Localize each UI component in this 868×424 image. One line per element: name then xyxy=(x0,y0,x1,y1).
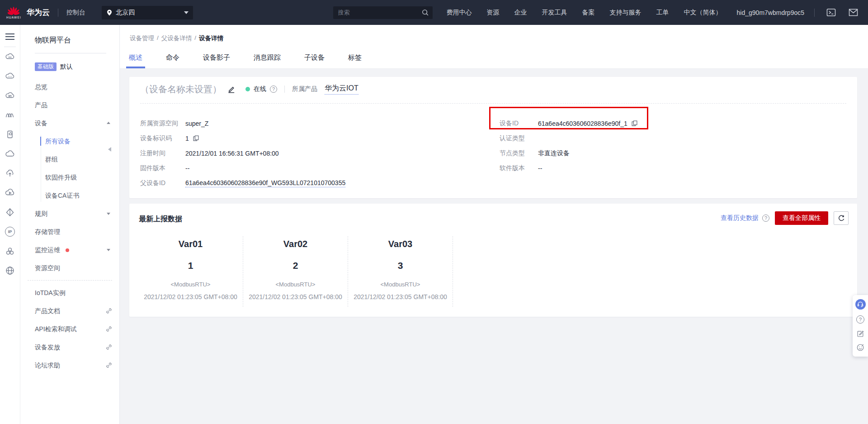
breadcrumb-device-detail: 设备详情 xyxy=(199,34,223,43)
sidebar-collapse-handle[interactable] xyxy=(108,147,111,152)
sidebar-item-device-provision[interactable]: 设备发放 xyxy=(20,338,119,356)
sidebar-item-storage[interactable]: 存储管理 xyxy=(20,223,119,241)
cloud-icon[interactable] xyxy=(5,149,15,159)
hamburger-menu-icon[interactable] xyxy=(5,32,14,42)
tab-device-shadow[interactable]: 设备影子 xyxy=(202,53,231,68)
customer-service-icon[interactable] xyxy=(855,299,866,310)
card-dashed-divider xyxy=(140,103,846,104)
rail-divider xyxy=(4,47,16,47)
info-row: 所属资源空间 super_Z xyxy=(140,116,345,131)
help-icon[interactable]: ? xyxy=(762,214,769,222)
mail-icon[interactable] xyxy=(849,9,858,16)
sidebar-item-resource-space[interactable]: 资源空间 xyxy=(20,259,119,277)
device-info-left: 所属资源空间 super_Z 设备标识码 1 注册时间 2021/12/01 1… xyxy=(140,116,345,191)
info-row: 软件版本 -- xyxy=(500,161,638,176)
sidebar-item-ca-cert[interactable]: 设备CA证书 xyxy=(20,186,119,205)
sidebar-item-monitor[interactable]: 监控运维 xyxy=(20,241,119,259)
tab-child-devices[interactable]: 子设备 xyxy=(303,53,326,68)
topbar-divider xyxy=(58,9,58,17)
view-history-link[interactable]: 查看历史数据 xyxy=(721,214,759,222)
topbar-divider xyxy=(814,9,815,17)
nav-account[interactable]: hid_g90m7wbmdrp9oc5 xyxy=(737,9,804,16)
info-row: 认证类型 xyxy=(500,131,638,146)
nav-devtools[interactable]: 开发工具 xyxy=(542,9,567,17)
sidebar-divider xyxy=(35,53,106,53)
title-divider xyxy=(284,86,285,93)
huawei-logo[interactable]: HUAWEI xyxy=(6,6,21,19)
nav-ticket[interactable]: 工单 xyxy=(656,9,669,17)
edge-device-icon[interactable] xyxy=(5,129,15,139)
report-actions: 查看历史数据 ? 查看全部属性 xyxy=(721,211,849,225)
sidebar-item-overview[interactable]: 总览 xyxy=(20,78,119,96)
device-id-value: 61a6ea4c603606028836e90f_1 xyxy=(538,120,627,127)
region-selector[interactable]: 北京四 xyxy=(102,6,193,19)
help-icon[interactable]: ? xyxy=(270,86,277,93)
sidebar-item-groups[interactable]: 群组 xyxy=(20,150,119,168)
sidebar-item-rules[interactable]: 规则 xyxy=(20,205,119,223)
search-icon[interactable] xyxy=(421,9,429,16)
tile-var01: Var01 1 <ModbusRTU> 2021/12/02 01:23:05 … xyxy=(138,236,243,307)
sidebar-item-product[interactable]: 产品 xyxy=(20,96,119,114)
group-icon[interactable] xyxy=(5,246,15,256)
sidebar-item-product-docs[interactable]: 产品文档 xyxy=(20,302,119,320)
region-value: 北京四 xyxy=(116,9,135,17)
tab-message-trace[interactable]: 消息跟踪 xyxy=(253,53,282,68)
refresh-button[interactable] xyxy=(834,211,849,225)
brand-title[interactable]: 华为云 xyxy=(27,7,50,18)
tab-commands[interactable]: 命令 xyxy=(165,53,180,68)
terminal-icon[interactable] xyxy=(826,8,836,17)
huawei-flower-icon xyxy=(8,6,19,15)
topbar-icons xyxy=(826,8,858,17)
chevron-down-icon xyxy=(107,213,110,215)
breadcrumb-parent-device[interactable]: 父设备详情 xyxy=(161,34,192,43)
nav-enterprise[interactable]: 企业 xyxy=(514,9,527,17)
help-icon[interactable]: ? xyxy=(856,315,864,324)
chevron-down-icon xyxy=(107,249,110,251)
nav-billing[interactable]: 费用中心 xyxy=(447,9,472,17)
feedback-icon[interactable] xyxy=(856,329,864,338)
console-link[interactable]: 控制台 xyxy=(66,9,85,17)
edit-pencil-icon[interactable] xyxy=(227,85,236,94)
cloud-server-icon[interactable] xyxy=(5,52,15,62)
parent-device-id-link[interactable]: 61a6ea4c603606028836e90f_WG593LL07210107… xyxy=(185,179,345,187)
device-info-right: 设备ID 61a6ea4c603606028836e90f_1 认证类型 节点类… xyxy=(500,116,638,176)
sidebar-item-forum-help[interactable]: 论坛求助 xyxy=(20,356,119,374)
cloud-upload-icon[interactable] xyxy=(5,168,15,178)
tab-tags[interactable]: 标签 xyxy=(347,53,363,68)
info-row: 设备ID 61a6ea4c603606028836e90f_1 xyxy=(500,116,638,131)
tab-overview[interactable]: 概述 xyxy=(128,53,143,68)
main-content: 设备管理 / 父设备详情 / 设备详情 概述 命令 设备影子 消息跟踪 子设备 … xyxy=(120,25,868,424)
sidebar-item-firmware-upgrade[interactable]: 软固件升级 xyxy=(20,168,119,186)
chevron-up-icon xyxy=(107,122,110,124)
cloud-network-icon[interactable] xyxy=(5,71,15,81)
nav-language[interactable]: 中文（简体） xyxy=(684,9,722,17)
cloud-play-icon[interactable] xyxy=(5,188,15,198)
sidebar-item-device[interactable]: 设备 xyxy=(20,114,119,132)
external-link-icon xyxy=(105,362,113,369)
iot-sidebar: 物联网平台 基础版 默认 总览 产品 设备 所有设备 群组 软固件升级 设备CA… xyxy=(20,25,120,424)
chevron-down-icon xyxy=(184,11,189,14)
topbar-search[interactable] xyxy=(333,6,433,19)
nav-icp[interactable]: 备案 xyxy=(582,9,595,17)
prism-icon[interactable] xyxy=(5,207,15,217)
external-link-icon xyxy=(105,325,113,333)
info-row: 固件版本 -- xyxy=(140,161,345,176)
breadcrumb-device-mgmt[interactable]: 设备管理 xyxy=(130,34,154,43)
waves-icon[interactable] xyxy=(5,110,15,120)
ip-icon[interactable]: IP xyxy=(5,227,15,237)
copy-icon[interactable] xyxy=(193,135,199,142)
nav-support[interactable]: 支持与服务 xyxy=(610,9,642,17)
search-input[interactable] xyxy=(338,9,421,16)
smiley-feedback-icon[interactable] xyxy=(856,343,864,352)
sidebar-item-api-explorer[interactable]: API检索和调试 xyxy=(20,320,119,338)
sidebar-dashed-divider xyxy=(28,280,112,281)
cloud-storage-icon[interactable] xyxy=(5,91,15,100)
sidebar-item-iotda-instance[interactable]: IoTDA实例 xyxy=(20,284,119,302)
nav-resources[interactable]: 资源 xyxy=(487,9,500,17)
copy-icon[interactable] xyxy=(631,120,638,127)
latest-data-card: 最新上报数据 查看历史数据 ? 查看全部属性 Var01 1 <ModbusRT… xyxy=(129,204,857,317)
sidebar-item-all-devices[interactable]: 所有设备 xyxy=(20,132,119,150)
globe-icon[interactable] xyxy=(5,266,15,276)
view-all-properties-button[interactable]: 查看全部属性 xyxy=(775,211,828,225)
product-link[interactable]: 华为云IOT xyxy=(325,84,359,95)
